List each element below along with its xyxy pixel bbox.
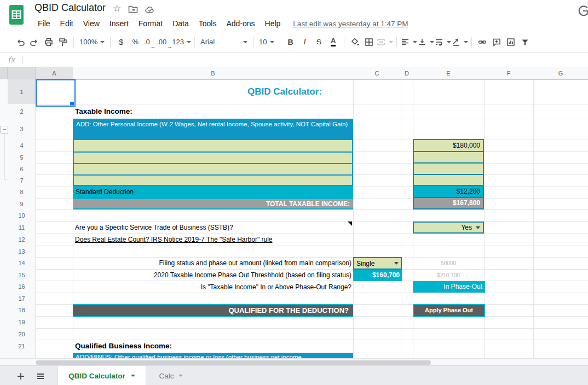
star-icon[interactable]: ☆ <box>113 3 121 14</box>
chevron-down-icon[interactable] <box>178 375 183 377</box>
chevron-down-icon[interactable] <box>476 226 480 229</box>
fill-handle[interactable] <box>70 101 74 106</box>
row-header-9[interactable]: 9 <box>8 198 36 210</box>
cell-b21-qbi-heading[interactable]: Qualified Business Income: <box>75 340 305 353</box>
paint-format-icon[interactable] <box>56 35 70 49</box>
text-rotation-icon[interactable] <box>451 35 468 49</box>
menu-tools[interactable]: Tools <box>194 19 222 28</box>
cell-e14-aux-value[interactable]: 50000 <box>413 257 484 270</box>
cell-b16-range-label[interactable]: Is "Taxable Income" In or Above Phase-Ou… <box>73 281 351 293</box>
cell-b4-b7-input-block[interactable] <box>73 139 353 186</box>
menu-file[interactable]: File <box>33 19 55 28</box>
column-header-A[interactable]: A <box>36 67 73 80</box>
format-percent-button[interactable]: % <box>128 35 142 49</box>
fill-color-icon[interactable] <box>348 35 362 49</box>
column-header-F[interactable]: F <box>484 67 534 80</box>
menu-help[interactable]: Help <box>260 19 286 28</box>
horizontal-scrollbar-thumb[interactable] <box>36 360 431 365</box>
last-edit-link[interactable]: Last edit was yesterday at 1:47 PM <box>293 20 408 28</box>
print-icon[interactable] <box>42 35 56 49</box>
row-header-19[interactable]: 19 <box>8 316 36 329</box>
menu-format[interactable]: Format <box>134 19 168 28</box>
text-wrap-icon[interactable] <box>434 35 451 49</box>
row-header-17[interactable]: 17 <box>8 293 36 305</box>
row-header-12[interactable]: 12 <box>8 234 36 246</box>
account-icon[interactable] <box>577 4 588 18</box>
formula-bar[interactable]: fx <box>0 52 588 67</box>
collapse-group-button[interactable]: − <box>1 126 8 133</box>
column-header-E[interactable]: E <box>413 67 485 80</box>
format-currency-button[interactable]: $ <box>114 35 128 49</box>
cell-b11-sstb-question[interactable]: Are you a Specific Service Trade of Busi… <box>75 221 346 234</box>
strikethrough-button[interactable]: S <box>312 35 326 49</box>
row-header-7[interactable]: 7 <box>8 174 36 186</box>
row-header-2[interactable]: 2 <box>8 104 36 119</box>
cell-e9-total-value[interactable]: $167,800 <box>414 197 483 208</box>
insert-link-icon[interactable] <box>475 35 489 49</box>
menu-view[interactable]: View <box>78 19 105 28</box>
all-sheets-menu-icon[interactable] <box>34 370 47 383</box>
menu-insert[interactable]: Insert <box>105 19 134 28</box>
cell-c14-filing-dropdown[interactable]: Single <box>353 257 402 270</box>
row-header-18[interactable]: 18 <box>8 304 36 317</box>
tab-calc[interactable]: Calc <box>149 366 193 385</box>
row-header-16[interactable]: 16 <box>8 281 36 293</box>
sheets-logo-icon[interactable] <box>9 4 24 25</box>
column-header-B[interactable]: B <box>73 67 354 80</box>
undo-icon[interactable] <box>13 35 27 49</box>
row-header-20[interactable]: 20 <box>8 328 36 340</box>
row-header-5[interactable]: 5 <box>8 151 36 164</box>
row-header-8[interactable]: 8 <box>8 186 36 199</box>
tab-qbid-calculator[interactable]: QBID Calculator <box>57 366 146 385</box>
cell-e8-standard-deduction-value[interactable]: $12,200 <box>414 185 483 197</box>
cell-b2-taxable-income-heading[interactable]: Taxable Income: <box>75 105 294 118</box>
menu-addons[interactable]: Add-ons <box>221 19 260 28</box>
cell-b3-add-header[interactable]: ADD: Other Personal Income (W-2 Wages, N… <box>73 119 353 139</box>
filter-icon[interactable] <box>518 35 532 49</box>
row-header-13[interactable]: 13 <box>8 246 36 258</box>
menu-edit[interactable]: Edit <box>55 19 78 28</box>
cell-e15-aux-value[interactable]: $210,700 <box>413 270 484 281</box>
document-title[interactable]: QBID Calculator <box>34 2 106 14</box>
vertical-align-icon[interactable] <box>417 35 434 49</box>
increase-decimal-button[interactable]: .00→ <box>157 35 172 49</box>
select-all-corner[interactable] <box>8 67 36 79</box>
cell-e11-sstb-dropdown[interactable]: Yes <box>413 221 484 234</box>
cloud-status-icon[interactable] <box>145 5 155 14</box>
row-header-15[interactable]: 15 <box>8 269 36 281</box>
row-header-3[interactable]: 3 <box>8 119 36 139</box>
chevron-down-icon[interactable] <box>394 262 399 265</box>
italic-button[interactable]: I <box>298 35 312 49</box>
insert-comment-icon[interactable] <box>489 35 504 49</box>
row-header-6[interactable]: 6 <box>8 163 36 175</box>
font-select[interactable]: Arial <box>198 35 250 49</box>
cell-b1-sheet-title[interactable]: QBID Calculator: <box>208 83 361 101</box>
bold-button[interactable]: B <box>284 35 298 49</box>
cell-b8-standard-deduction[interactable]: Standard Deduction <box>73 186 353 198</box>
font-size-select[interactable]: 10 <box>257 35 276 49</box>
row-header-11[interactable]: 11 <box>8 221 36 234</box>
insert-chart-icon[interactable] <box>504 35 518 49</box>
horizontal-align-icon[interactable] <box>400 35 417 49</box>
column-header-G[interactable]: G <box>533 67 588 80</box>
cell-e16-range-value[interactable]: In Phase-Out <box>413 281 485 293</box>
row-header-10[interactable]: 10 <box>8 209 36 222</box>
menu-data[interactable]: Data <box>168 19 194 28</box>
borders-icon[interactable] <box>362 35 376 49</box>
cell-b22-qbi-add-header[interactable]: ADD/MINUS: Other qualified business inco… <box>73 353 353 358</box>
cell-b15-threshold-label[interactable]: 2020 Taxable Income Phase Out Threshhold… <box>73 270 351 281</box>
text-color-button[interactable]: A <box>326 35 341 49</box>
zoom-select[interactable]: 100% <box>77 35 107 49</box>
cell-c15-threshold-value[interactable]: $160,700 <box>353 270 402 281</box>
row-header-21[interactable]: 21 <box>8 340 36 353</box>
redo-icon[interactable] <box>27 35 42 49</box>
row-header-4[interactable]: 4 <box>8 139 36 152</box>
more-formats-button[interactable]: 123 <box>172 35 191 49</box>
decrease-decimal-button[interactable]: .0← <box>142 35 157 49</box>
cell-b18-qualified-banner[interactable]: QUALIFIED FOR THE DEDUCTION? <box>73 304 353 317</box>
row-header-1[interactable]: 1 <box>8 79 36 104</box>
cell-e18-apply-phase-out[interactable]: Apply Phase Out <box>413 304 485 317</box>
add-sheet-icon[interactable] <box>14 370 27 383</box>
horizontal-scrollbar-track[interactable] <box>0 358 588 366</box>
cell-b14-filing-label[interactable]: Filing status and phase out amount (link… <box>73 257 351 270</box>
